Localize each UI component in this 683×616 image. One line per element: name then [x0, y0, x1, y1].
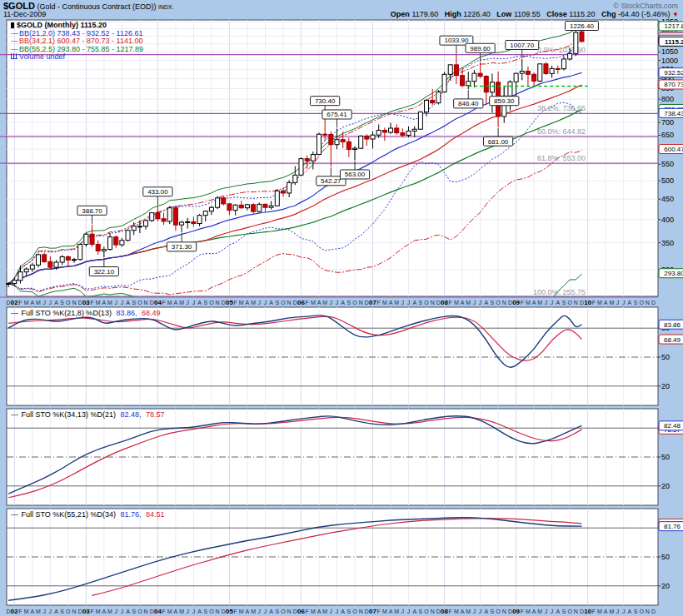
svg-text:M: M	[107, 609, 112, 614]
svg-text:F: F	[306, 300, 309, 306]
open-value: 1179.60	[411, 10, 438, 18]
svg-text:A: A	[341, 609, 345, 614]
svg-text:04: 04	[154, 608, 162, 615]
svg-text:10: 10	[584, 299, 591, 306]
svg-text:61.8%: 553.00: 61.8%: 553.00	[537, 154, 586, 162]
svg-text:J: J	[479, 300, 482, 306]
svg-text:S: S	[491, 609, 495, 614]
svg-text:J: J	[192, 609, 196, 614]
k-value: 81.76,	[120, 510, 141, 519]
line-swatch-icon: —	[11, 29, 18, 37]
svg-text:J: J	[121, 609, 124, 614]
svg-text:371.30: 371.30	[172, 243, 192, 251]
svg-text:S: S	[132, 609, 136, 614]
svg-text:09: 09	[512, 608, 520, 615]
svg-text:50: 50	[661, 453, 670, 461]
svg-text:A: A	[54, 300, 58, 306]
svg-text:M: M	[466, 300, 471, 306]
svg-text:O: O	[209, 300, 214, 306]
svg-text:20: 20	[661, 582, 670, 590]
svg-text:F: F	[162, 300, 165, 306]
svg-text:O: O	[137, 609, 142, 614]
low-label: Low	[496, 10, 511, 18]
svg-text:S: S	[491, 300, 495, 306]
svg-text:O: O	[639, 300, 644, 306]
chg-dropdown-arrow-icon[interactable]: ▼	[672, 11, 679, 18]
stoch-panel-1-label: — Full STO %K(21,8) %D(13) 83.86, 68.49	[11, 309, 160, 317]
svg-text:M: M	[454, 300, 459, 306]
line-swatch-icon: —	[11, 410, 18, 419]
svg-text:05: 05	[226, 608, 233, 615]
svg-text:859.30: 859.30	[494, 97, 515, 105]
svg-text:J: J	[187, 609, 190, 614]
svg-text:A: A	[269, 609, 273, 614]
svg-text:N: N	[287, 300, 292, 306]
svg-text:F: F	[377, 609, 381, 614]
main-chart-legend: $GOLD (Monthly) 1115.20 —BB(21,2.0) 738.…	[11, 22, 143, 62]
svg-text:08: 08	[441, 299, 448, 306]
svg-text:50.0%: 644.82: 50.0%: 644.82	[537, 127, 586, 136]
svg-text:700: 700	[661, 118, 674, 127]
svg-text:A: A	[341, 300, 345, 306]
svg-text:M: M	[526, 300, 531, 306]
svg-text:N: N	[72, 609, 76, 614]
svg-text:A: A	[461, 300, 465, 306]
line-swatch-icon: —	[11, 37, 18, 45]
svg-text:F: F	[521, 300, 524, 306]
svg-text:S: S	[203, 609, 207, 614]
svg-text:A: A	[246, 300, 250, 306]
svg-text:10: 10	[584, 608, 591, 615]
svg-text:J: J	[401, 300, 405, 306]
svg-text:02: 02	[11, 608, 18, 615]
svg-text:A: A	[484, 300, 488, 306]
svg-text:S: S	[634, 609, 638, 614]
svg-text:563.00: 563.00	[345, 171, 366, 178]
svg-text:F: F	[449, 300, 452, 306]
svg-text:A: A	[556, 300, 560, 306]
svg-text:S: S	[562, 300, 566, 306]
svg-text:N: N	[502, 609, 506, 614]
svg-text:A: A	[174, 609, 178, 614]
svg-text:F: F	[18, 609, 22, 614]
svg-text:N: N	[287, 609, 292, 614]
svg-text:F: F	[233, 300, 237, 306]
svg-text:A: A	[174, 300, 178, 306]
line-swatch-icon: —	[11, 510, 18, 519]
svg-text:03: 03	[82, 299, 90, 306]
svg-text:N: N	[574, 609, 578, 614]
svg-text:F: F	[592, 300, 596, 306]
svg-text:F: F	[521, 609, 524, 614]
svg-text:989.60: 989.60	[470, 45, 491, 52]
svg-text:J: J	[473, 300, 476, 306]
svg-text:730.40: 730.40	[315, 97, 336, 105]
svg-text:M: M	[526, 609, 531, 614]
svg-text:J: J	[42, 609, 46, 614]
svg-text:322.10: 322.10	[94, 268, 115, 276]
svg-text:A: A	[604, 300, 608, 306]
close-label: Close	[546, 10, 567, 18]
svg-text:A: A	[197, 300, 202, 306]
svg-text:S: S	[347, 609, 351, 614]
stoch-panel-3-label: — Full STO %K(55,21) %D(34) 81.76, 84.51	[11, 510, 164, 519]
svg-text:M: M	[597, 300, 602, 306]
svg-text:N: N	[72, 300, 76, 306]
svg-text:09: 09	[512, 299, 520, 306]
svg-text:F: F	[449, 609, 452, 614]
svg-text:S: S	[275, 609, 279, 614]
svg-text:O: O	[639, 609, 644, 614]
volume-bars-icon	[11, 53, 17, 59]
close-value: 1115.20	[569, 10, 595, 18]
svg-text:N: N	[431, 300, 435, 306]
svg-text:450: 450	[661, 195, 674, 203]
svg-text:J: J	[622, 609, 626, 614]
svg-text:O: O	[281, 609, 286, 614]
svg-text:A: A	[532, 300, 536, 306]
svg-text:08: 08	[441, 608, 448, 615]
line-swatch-icon: —	[11, 45, 18, 53]
chg-value: -64.40 (-5.46%)	[618, 10, 671, 18]
svg-text:M: M	[537, 609, 542, 614]
svg-text:N: N	[144, 300, 148, 306]
svg-text:06: 06	[297, 299, 305, 306]
svg-text:M: M	[466, 609, 471, 614]
svg-text:M: M	[24, 609, 29, 614]
